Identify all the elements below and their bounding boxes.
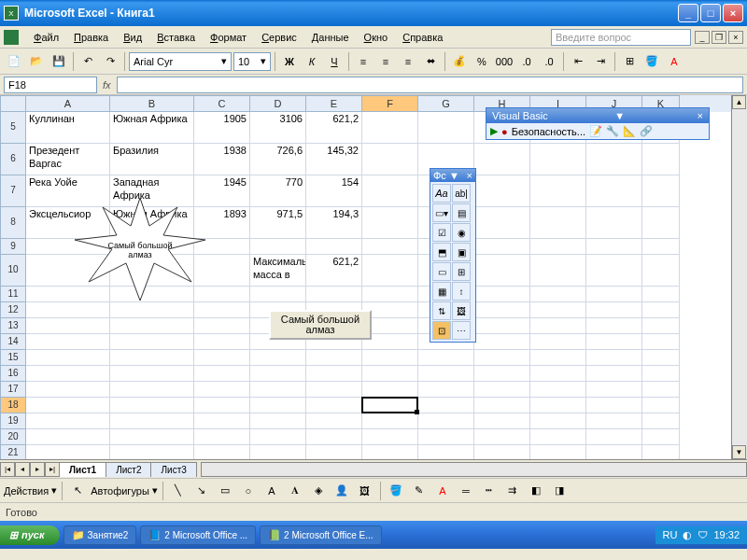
cell-E6[interactable]: 145,32	[306, 144, 362, 175]
cell-F7[interactable]	[362, 175, 418, 207]
cell-K18[interactable]	[642, 398, 680, 413]
record-macro-icon[interactable]: ●	[501, 126, 508, 137]
oval-icon[interactable]: ○	[238, 481, 259, 501]
cell-E10[interactable]: 621,2	[306, 255, 362, 287]
cell-H10[interactable]	[474, 255, 530, 287]
row-header-21[interactable]: 21	[0, 445, 26, 459]
cell-D18[interactable]	[250, 398, 306, 413]
cell-K7[interactable]	[642, 175, 680, 207]
cell-J14[interactable]	[586, 334, 642, 350]
increase-indent-button[interactable]: ⇥	[590, 51, 611, 72]
wordart-icon[interactable]: 𝐀	[285, 481, 305, 501]
cell-J17[interactable]	[586, 382, 642, 398]
cell-D20[interactable]	[250, 429, 306, 445]
cell-C19[interactable]	[194, 413, 250, 429]
cell-K10[interactable]	[642, 255, 680, 287]
help-search-input[interactable]: Введите вопрос	[551, 29, 691, 46]
cell-H21[interactable]	[474, 445, 530, 459]
arrow-style-icon[interactable]: ⇉	[502, 481, 523, 501]
cell-G17[interactable]	[418, 382, 474, 398]
cell-E11[interactable]	[306, 287, 362, 302]
cell-B6[interactable]: Бразилия	[110, 144, 194, 175]
cell-F18[interactable]	[362, 398, 418, 413]
listbox-control-icon[interactable]: ▤	[452, 203, 471, 222]
cell-A21[interactable]	[26, 445, 110, 459]
cell-K16[interactable]	[642, 366, 680, 382]
multipage-control-icon[interactable]: ▦	[432, 282, 451, 301]
cell-C15[interactable]	[194, 350, 250, 366]
drawing-actions-menu[interactable]: Действия	[4, 485, 49, 497]
decrease-decimal-button[interactable]: .0	[539, 51, 559, 72]
cell-B14[interactable]	[110, 334, 194, 350]
cell-I9[interactable]	[530, 239, 586, 255]
cell-D15[interactable]	[250, 350, 306, 366]
worksheet-grid[interactable]: ABCDEFGHIJK 5678910111213141516171819202…	[0, 95, 747, 459]
cell-K8[interactable]	[642, 207, 680, 239]
cell-H13[interactable]	[474, 318, 530, 334]
line-color-icon[interactable]: ✎	[409, 481, 430, 501]
cell-G18[interactable]	[418, 398, 474, 413]
start-button[interactable]: ⊞ пуск	[0, 525, 60, 545]
cell-B5[interactable]: Южная Африка	[110, 112, 194, 144]
cell-F20[interactable]	[362, 429, 418, 445]
cell-F9[interactable]	[362, 239, 418, 255]
cell-E17[interactable]	[306, 382, 362, 398]
mdi-minimize-button[interactable]: _	[695, 31, 710, 44]
run-macro-icon[interactable]: ▶	[490, 125, 498, 137]
rectangle-icon[interactable]: ▭	[215, 481, 235, 501]
lang-indicator[interactable]: RU	[663, 529, 678, 540]
redo-button[interactable]: ↷	[100, 51, 120, 72]
cell-B17[interactable]	[110, 382, 194, 398]
cell-I12[interactable]	[530, 302, 586, 318]
tray-icon[interactable]: 🛡	[698, 529, 708, 540]
tabstrip-control-icon[interactable]: ⊞	[452, 262, 471, 281]
cell-D11[interactable]	[250, 287, 306, 302]
row-header-12[interactable]: 12	[0, 302, 26, 318]
borders-button[interactable]: ⊞	[619, 51, 640, 72]
vb-toolbar-close-icon[interactable]: ×	[698, 110, 703, 121]
cell-G5[interactable]	[418, 112, 474, 144]
cell-D6[interactable]: 726,6	[250, 144, 306, 175]
save-button[interactable]: 💾	[49, 51, 69, 72]
cell-J8[interactable]	[586, 207, 642, 239]
cell-D9[interactable]	[250, 239, 306, 255]
cell-J12[interactable]	[586, 302, 642, 318]
mdi-close-button[interactable]: ×	[728, 31, 743, 44]
row-header-16[interactable]: 16	[0, 366, 26, 382]
cell-A19[interactable]	[26, 413, 110, 429]
scrollbar-control-icon[interactable]: ↕	[452, 282, 471, 301]
sheet-tab-Лист2[interactable]: Лист2	[106, 462, 151, 477]
close-button[interactable]: ×	[723, 4, 743, 22]
cell-F21[interactable]	[362, 445, 418, 459]
col-header-D[interactable]: D	[250, 95, 306, 112]
properties-icon[interactable]: ⋯	[452, 321, 471, 340]
cell-K12[interactable]	[642, 302, 680, 318]
menu-Справка[interactable]: Справка	[395, 29, 450, 46]
open-button[interactable]: 📂	[26, 51, 47, 72]
cell-C6[interactable]: 1938	[194, 144, 250, 175]
cell-K13[interactable]	[642, 318, 680, 334]
cell-I15[interactable]	[530, 350, 586, 366]
taskbar-item[interactable]: 📁Занятие2	[63, 525, 137, 545]
textbox-control-icon[interactable]: ab|	[452, 184, 471, 203]
cell-B20[interactable]	[110, 429, 194, 445]
dash-style-icon[interactable]: ┅	[479, 481, 500, 501]
decrease-indent-button[interactable]: ⇤	[568, 51, 588, 72]
menu-Вид[interactable]: Вид	[116, 29, 149, 46]
cell-I21[interactable]	[530, 445, 586, 459]
cell-G19[interactable]	[418, 413, 474, 429]
cell-J9[interactable]	[586, 239, 642, 255]
cell-D16[interactable]	[250, 366, 306, 382]
cell-H17[interactable]	[474, 382, 530, 398]
cell-H14[interactable]	[474, 334, 530, 350]
merge-button[interactable]: ⬌	[420, 51, 441, 72]
cell-G15[interactable]	[418, 350, 474, 366]
comma-button[interactable]: 000	[494, 51, 514, 72]
system-tray[interactable]: RU ◐ 🛡 19:32	[655, 526, 747, 544]
row-header-17[interactable]: 17	[0, 382, 26, 398]
cell-D8[interactable]: 971,5	[250, 207, 306, 239]
cell-B16[interactable]	[110, 366, 194, 382]
cell-B13[interactable]	[110, 318, 194, 334]
cell-H19[interactable]	[474, 413, 530, 429]
menu-Данные[interactable]: Данные	[304, 29, 357, 46]
